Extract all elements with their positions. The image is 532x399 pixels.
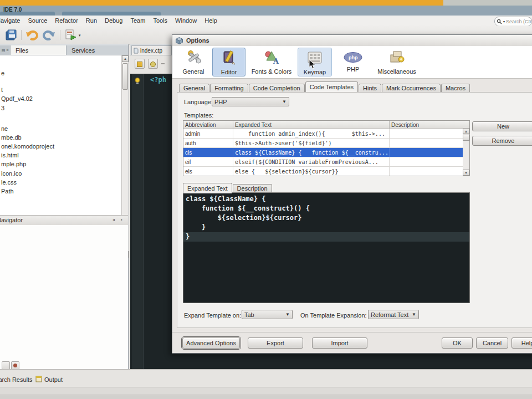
tree-item[interactable]: icon.ico — [1, 170, 22, 177]
tab-output[interactable]: Output — [44, 376, 63, 383]
category-php[interactable]: php PHP — [337, 48, 369, 76]
category-fonts-colors[interactable]: A Fonts & Colors — [248, 48, 295, 76]
menu-team[interactable]: Team — [126, 17, 149, 24]
menu-navigate[interactable]: Navigate — [0, 17, 24, 24]
advanced-options-button[interactable]: Advanced Options — [182, 337, 240, 349]
deploy-dropdown-arrow-icon[interactable]: ▾ — [79, 33, 81, 38]
ok-button[interactable]: OK — [442, 337, 473, 349]
tab-expanded-text[interactable]: Expanded Text — [183, 183, 232, 193]
menu-help[interactable]: Help — [201, 17, 221, 24]
tree-item[interactable]: ne — [1, 125, 8, 132]
editor-gutter — [132, 74, 144, 369]
editor-history-icon[interactable] — [135, 59, 145, 69]
navigator-filter-button[interactable] — [2, 361, 10, 370]
expanded-cell: function admin_index(){ $this->... — [233, 129, 390, 138]
chevron-down-icon: ▼ — [412, 312, 416, 317]
tree-item[interactable]: Qpdf_v4.02 — [1, 95, 33, 102]
tree-item[interactable]: e — [1, 70, 4, 76]
language-dropdown[interactable]: PHP ▼ — [212, 97, 289, 106]
menu-tools[interactable]: Tools — [149, 17, 171, 24]
col-expanded-text[interactable]: Expanded Text — [233, 121, 390, 129]
template-row-auth[interactable]: auth $this->Auth->user('${field}') — [183, 139, 469, 148]
tab-code-completion[interactable]: Code Completion — [249, 84, 305, 93]
tab-hints[interactable]: Hints — [359, 84, 381, 93]
tree-item[interactable]: Path — [1, 188, 14, 195]
undo-icon[interactable] — [25, 29, 39, 43]
new-button[interactable]: New — [472, 121, 532, 131]
menu-refactor[interactable]: Refactor — [51, 17, 82, 24]
cancel-button[interactable]: Cancel — [476, 337, 508, 349]
redo-icon[interactable] — [42, 29, 55, 43]
dialog-titlebar[interactable]: Options — [172, 35, 532, 47]
template-code-editor[interactable]: class ${ClassName} { function ${__constr… — [183, 192, 470, 303]
expanded-cell: $this->Auth->user('${field}') — [233, 139, 390, 147]
tab-general[interactable]: General — [179, 84, 209, 93]
menu-window[interactable]: Window — [171, 17, 201, 24]
tab-search-results[interactable]: Search Results — [0, 376, 33, 383]
scroll-thumb[interactable] — [463, 135, 469, 141]
template-row-cls-selected[interactable]: cls class ${ClassName} { function ${__co… — [183, 148, 469, 157]
menu-debug[interactable]: Debug — [101, 17, 126, 24]
template-row-admin[interactable]: admin function admin_index(){ $this->... — [183, 129, 469, 139]
on-expansion-dropdown[interactable]: Reformat Text ▼ — [368, 310, 419, 319]
template-row-els[interactable]: els else { ${selection}${cursor}} — [183, 167, 469, 176]
export-button[interactable]: Export — [248, 337, 303, 349]
desc-cell — [390, 129, 469, 138]
editor-bookmark-icon[interactable] — [148, 59, 158, 69]
tab-code-templates[interactable]: Code Templates — [305, 81, 358, 92]
language-value: PHP — [214, 99, 227, 105]
navigator-filter-sort-button[interactable] — [11, 361, 19, 370]
menu-source[interactable]: Source — [24, 17, 51, 24]
remove-button[interactable]: Remove — [472, 136, 532, 146]
dialog-title: Options — [186, 37, 209, 44]
col-description[interactable]: Description — [390, 121, 469, 129]
tab-services-label: Services — [71, 47, 95, 54]
top-accent-bar-right — [443, 0, 532, 6]
hint-lightbulb-icon[interactable] — [135, 77, 140, 87]
title-band-segment — [62, 12, 161, 16]
save-all-icon[interactable] — [4, 28, 18, 44]
navigator-body — [0, 225, 128, 372]
category-editor[interactable]: Editor — [212, 48, 245, 76]
tree-item[interactable]: mbe.db — [1, 134, 22, 141]
menu-run[interactable]: Run — [82, 17, 101, 24]
desc-cell — [390, 167, 469, 176]
scroll-up-icon[interactable]: ▲ — [463, 128, 469, 134]
quick-search-box[interactable]: ▾ Search (Ctr — [494, 17, 532, 26]
file-icon — [134, 48, 139, 54]
tab-macros[interactable]: Macros — [441, 84, 470, 93]
scroll-down-icon[interactable]: ▼ — [463, 170, 469, 176]
editor-tab-index-ctp[interactable]: index.ctp — [131, 45, 172, 55]
tab-description[interactable]: Description — [233, 184, 272, 193]
tab-formatting[interactable]: Formatting — [210, 84, 248, 93]
col-abbreviation[interactable]: Abbreviation — [183, 121, 233, 129]
tab-files[interactable]: Files — [11, 45, 66, 55]
tree-item[interactable]: is.html — [1, 152, 19, 158]
category-miscellaneous[interactable]: Miscellaneous — [373, 48, 421, 76]
deploy-icon[interactable] — [64, 29, 76, 43]
minimize-panel-icon[interactable]: ◂ — [112, 217, 115, 222]
search-dropdown-arrow-icon[interactable]: ▾ — [503, 19, 505, 23]
tree-item[interactable]: t — [1, 86, 3, 93]
tree-item[interactable]: le.css — [1, 179, 17, 186]
template-row-eif[interactable]: eif elseif(${CONDITION variableFromPrevi… — [183, 157, 469, 167]
toolbar-separator — [60, 30, 60, 40]
category-general[interactable]: General — [177, 48, 210, 76]
panel-mini-tab[interactable]: ▤ ≡ — [0, 45, 11, 55]
close-panel-icon[interactable]: ▪ — [121, 217, 122, 222]
tree-item[interactable]: mple.php — [1, 161, 26, 167]
tree-item[interactable]: 3 — [1, 105, 4, 111]
tree-item[interactable]: onel.komodoproject — [1, 143, 54, 150]
expand-template-dropdown[interactable]: Tab ▼ — [242, 310, 293, 319]
table-scrollbar[interactable]: ▲ ▼ — [463, 128, 469, 176]
scroll-up-icon[interactable]: ▲ — [122, 55, 129, 62]
category-bar: General Editor A F — [172, 46, 532, 79]
import-button[interactable]: Import — [312, 337, 367, 349]
help-button[interactable]: Help — [511, 337, 532, 349]
abbr-cell: admin — [183, 129, 233, 138]
tab-services[interactable]: Services — [66, 45, 128, 55]
tab-mark-occurrences[interactable]: Mark Occurrences — [382, 84, 441, 93]
desc-cell — [390, 139, 469, 147]
scroll-thumb[interactable] — [122, 63, 128, 90]
code-line: ${selection}${cursor} — [183, 213, 469, 223]
